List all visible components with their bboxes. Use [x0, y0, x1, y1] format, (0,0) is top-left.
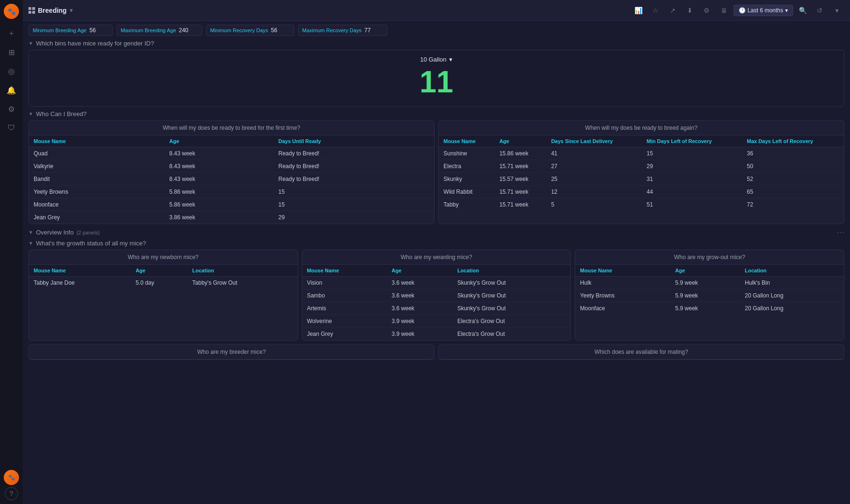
chevron-icon: ▼	[28, 241, 33, 246]
min-cell: 44	[642, 186, 742, 198]
overview-section-header[interactable]: ▼ Overview Info (2 panels) ⋯	[28, 228, 844, 237]
table-row: Artemis 3.6 week Skunky's Grow Out	[302, 302, 571, 315]
min-cell: 31	[642, 173, 742, 186]
table-row: Wolverine 3.9 week Electra's Grow Out	[302, 315, 571, 328]
sidebar-item-shield[interactable]: 🛡	[3, 119, 20, 136]
download-button[interactable]: ⬇	[682, 3, 697, 18]
overview-badge: (2 panels)	[76, 230, 99, 235]
table-row: Sambo 3.6 week Skunky's Grow Out	[302, 289, 571, 302]
table-row: Jean Grey 3.9 week Electra's Grow Out	[302, 328, 571, 341]
col-age: Age	[495, 135, 546, 147]
first-time-breed-panel: When will my does be ready to breed for …	[28, 120, 434, 224]
max-cell: 50	[742, 160, 844, 173]
col-location: Location	[740, 265, 844, 277]
avatar[interactable]: 🐾	[4, 470, 19, 485]
growout-title: Who are my grow-out mice?	[575, 250, 844, 265]
settings-button[interactable]: ⚙	[699, 3, 714, 18]
col-mouse-name: Mouse Name	[302, 265, 387, 277]
min-recovery-days-input[interactable]	[271, 27, 290, 34]
sidebar-item-grid[interactable]: ⊞	[3, 44, 20, 61]
time-filter[interactable]: 🕐 Last 6 months ▾	[733, 5, 793, 16]
location-cell: Electra's Grow Out	[452, 328, 570, 341]
mouse-name-cell: Hulk	[575, 277, 670, 289]
mouse-name-cell: Sunshine	[439, 147, 495, 160]
since-cell: 41	[546, 147, 642, 160]
age-cell: 8.43 week	[164, 173, 273, 186]
sidebar-item-circle[interactable]: ◎	[3, 63, 20, 80]
weanling-panel: Who are my weanling mice? Mouse Name Age…	[302, 250, 571, 341]
topbar: Breeding ▾ 📊 ☆ ↗ ⬇ ⚙ 🖥 🕐 Last 6 months ▾…	[23, 0, 850, 21]
bin-count: 11	[419, 67, 453, 97]
location-cell: Electra's Grow Out	[452, 315, 570, 328]
days-cell: Ready to Breed!	[273, 160, 434, 173]
mouse-name-cell: Skunky	[439, 173, 495, 186]
search-button[interactable]: 🔍	[795, 3, 810, 18]
max-cell: 36	[742, 147, 844, 160]
chart-button[interactable]: 📊	[631, 3, 646, 18]
sidebar-item-plus[interactable]: ＋	[3, 25, 20, 42]
more-button[interactable]: ▾	[829, 3, 844, 18]
growth-status-section-header[interactable]: ▼ What's the growth status of all my mic…	[28, 240, 844, 247]
min-recovery-days-filter: Minimum Recovery Days	[206, 25, 294, 36]
clock-icon: 🕐	[739, 7, 746, 14]
table-row: Jean Grey 3.86 week 29	[29, 211, 434, 224]
age-cell: 3.6 week	[387, 277, 453, 289]
since-cell: 5	[546, 198, 642, 211]
location-cell: Skunky's Grow Out	[452, 277, 570, 289]
app-logo[interactable]: 🐾	[4, 4, 19, 19]
overview-header[interactable]: ▼ Overview Info (2 panels)	[28, 229, 99, 236]
min-cell: 51	[642, 198, 742, 211]
mouse-name-cell: Artemis	[302, 302, 387, 315]
min-cell: 29	[642, 160, 742, 173]
col-age: Age	[164, 135, 273, 147]
gender-id-section-header[interactable]: ▼ Which bins have mice ready for gender …	[28, 40, 844, 47]
weanling-title: Who are my weanling mice?	[302, 250, 571, 265]
newborn-table: Mouse Name Age Location Tabby Jane Doe 5…	[29, 265, 298, 289]
age-cell: 15.57 week	[495, 173, 546, 186]
chevron-icon: ▼	[28, 111, 33, 117]
min-breeding-age-filter: Minimum Breeding Age	[28, 25, 113, 36]
mouse-name-cell: Electra	[439, 160, 495, 173]
refresh-button[interactable]: ↺	[812, 3, 827, 18]
sidebar-item-gear[interactable]: ⚙	[3, 100, 20, 117]
mouse-name-cell: Moonface	[575, 302, 670, 315]
star-button[interactable]: ☆	[648, 3, 663, 18]
growout-panel: Who are my grow-out mice? Mouse Name Age…	[575, 250, 844, 341]
newborn-title: Who are my newborn mice?	[29, 250, 298, 265]
sidebar-item-help[interactable]: ?	[5, 487, 18, 500]
bottom-tables: Who are my breeder mice? Which does are …	[28, 344, 844, 360]
table-row: Yeety Browns 5.86 week 15	[29, 186, 434, 198]
col-location: Location	[188, 265, 298, 277]
bin-selector[interactable]: 10 Gallon ▾	[420, 56, 453, 63]
max-breeding-age-input[interactable]	[179, 27, 198, 34]
share-button[interactable]: ↗	[665, 3, 680, 18]
table-row: Moonface 5.86 week 15	[29, 198, 434, 211]
max-recovery-days-input[interactable]	[364, 27, 383, 34]
sidebar-item-bell[interactable]: 🔔	[3, 81, 20, 99]
min-recovery-days-label: Minimum Recovery Days	[210, 27, 268, 33]
monitor-button[interactable]: 🖥	[716, 3, 732, 18]
age-cell: 8.43 week	[164, 160, 273, 173]
table-row: Quad 8.43 week Ready to Breed!	[29, 147, 434, 160]
age-cell: 15.71 week	[495, 186, 546, 198]
age-cell: 5.9 week	[670, 289, 740, 302]
col-max-days-recovery: Max Days Left of Recovery	[742, 135, 844, 147]
mouse-name-cell: Jean Grey	[29, 211, 164, 224]
filter-bar: Minimum Breeding Age Maximum Breeding Ag…	[28, 25, 844, 36]
col-age: Age	[670, 265, 740, 277]
max-cell: 72	[742, 198, 844, 211]
col-mouse-name: Mouse Name	[29, 135, 164, 147]
chevron-icon: ▼	[28, 41, 33, 46]
chevron-down-icon: ▾	[785, 7, 788, 14]
min-cell: 15	[642, 147, 742, 160]
table-row: Tabby Jane Doe 5.0 day Tabby's Grow Out	[29, 277, 298, 289]
col-days-since-delivery: Days Since Last Delivery	[546, 135, 642, 147]
who-can-breed-section-header[interactable]: ▼ Who Can I Breed?	[28, 110, 844, 117]
section-dots[interactable]: ⋯	[837, 228, 844, 237]
first-time-table-title: When will my does be ready to breed for …	[29, 121, 434, 135]
age-cell: 5.9 week	[670, 277, 740, 289]
min-breeding-age-input[interactable]	[90, 27, 109, 34]
location-cell: Hulk's Bin	[740, 277, 844, 289]
max-breeding-age-filter: Maximum Breeding Age	[117, 25, 202, 36]
max-breeding-age-label: Maximum Breeding Age	[121, 27, 176, 33]
